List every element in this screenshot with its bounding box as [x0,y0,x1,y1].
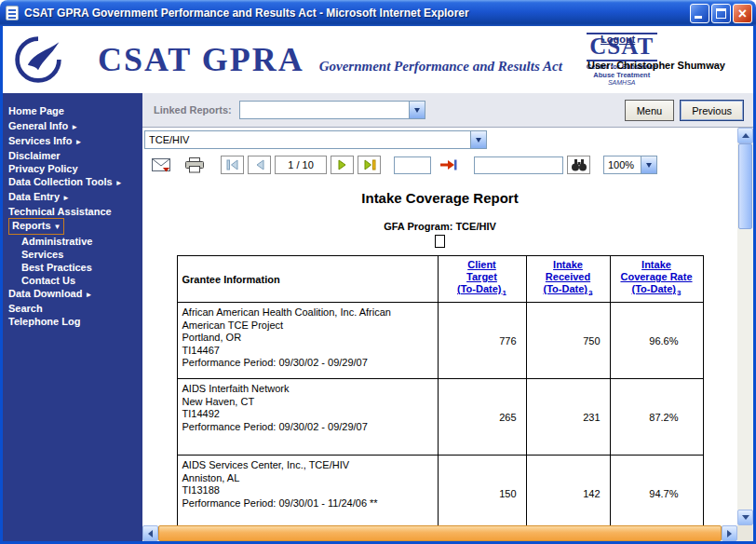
collapse-arrow-icon: ▼ [54,223,61,231]
red-go-arrow-icon [439,159,457,170]
arrow-up-icon [742,133,749,138]
sidebar-item-privacy-policy[interactable]: Privacy Policy [3,162,142,175]
next-page-button[interactable] [331,156,354,174]
vertical-scrollbar[interactable] [737,128,753,525]
minimize-icon [695,16,702,19]
sidebar-item-services[interactable]: Services [3,248,142,261]
logout-link[interactable]: Logout [601,34,635,45]
previous-page-button[interactable] [248,156,271,174]
sidebar-item-data-download[interactable]: Data Download► [3,287,142,302]
minimize-button[interactable] [690,4,709,23]
chevron-down-icon[interactable] [641,156,656,173]
column-header-intake-received[interactable]: Intake Received (To-Date)2 [526,256,610,303]
previous-button[interactable]: Previous [680,100,744,121]
maximize-button[interactable] [711,4,731,23]
goto-page-button[interactable] [435,155,461,175]
footnote-1: 1 [503,289,506,297]
footnote-3: 3 [677,289,681,297]
scroll-up-button[interactable] [737,128,753,143]
hhs-eagle-logo [12,34,64,86]
sidebar-item-data-entry[interactable]: Data Entry► [3,190,142,205]
sidebar-item-best-practices[interactable]: Best Practices [3,261,142,274]
zoom-select[interactable]: 100% [603,156,657,174]
column-header-intake-coverage-rate[interactable]: Intake Coverage Rate (To-Date)3 [610,256,703,303]
grantee-info-cell: AIDS Services Center, Inc., TCE/HIV Anni… [177,456,438,526]
brand-title: CSAT GPRA [98,40,304,79]
intake-received-cell: 142 [526,456,610,526]
session-block: Logout User: Christopher Shumway [587,34,746,71]
gfa-program-box [435,235,445,248]
print-button[interactable] [182,155,208,175]
search-text-input[interactable] [474,156,563,174]
sidebar-item-services-info[interactable]: Services Info► [3,134,142,149]
last-page-button[interactable] [358,156,381,174]
coverage-rate-cell: 94.7% [610,456,703,526]
client-target-cell: 776 [438,303,526,379]
client-target-cell: 150 [438,456,526,526]
first-page-button[interactable] [221,156,244,174]
linked-reports-bar: Linked Reports: Menu Previous [142,93,753,127]
report-program-line: GFA Program: TCE/HIV [142,221,737,232]
report-title: Intake Coverage Report [142,190,737,206]
brand-tagline: Government Performance and Results Act [319,59,562,75]
grantee-info-cell: African American Health Coalition, Inc. … [177,303,438,379]
window-title: CSAT GPRA Government Performance and Res… [24,7,688,20]
expand-arrow-icon: ► [85,291,92,299]
find-button[interactable] [567,156,590,174]
brand-block: CSAT GPRA Government Performance and Res… [98,40,562,79]
column-header-client-target[interactable]: Client Target (To-Date)1 [438,256,526,303]
horizontal-scrollbar[interactable] [142,525,753,541]
title-bar[interactable]: CSAT GPRA Government Performance and Res… [0,0,756,26]
program-select-row: TCE/HIV [142,128,737,151]
menu-button[interactable]: Menu [625,100,675,121]
maximize-icon [716,8,726,19]
horizontal-scroll-thumb[interactable] [158,525,722,541]
goto-page-input[interactable] [394,156,431,174]
sidebar-item-search[interactable]: Search [3,302,142,315]
next-page-icon [337,159,348,170]
printer-icon [185,157,204,173]
scrollbar-corner [737,525,753,541]
chevron-down-icon[interactable] [470,131,486,148]
footnote-2: 2 [588,289,592,297]
intake-coverage-table: Grantee Information Client Target (To-Da… [177,255,704,525]
sidebar-item-contact-us[interactable]: Contact Us [3,274,142,287]
sidebar-item-data-collection-tools[interactable]: Data Collection Tools► [3,175,142,190]
user-label: User: Christopher Shumway [587,60,746,71]
arrow-right-icon [727,530,732,537]
scroll-right-button[interactable] [722,525,737,541]
report-toolbar: 1 / 10 [142,151,737,181]
vertical-scroll-thumb[interactable] [738,143,752,229]
sidebar-item-technical-assistance[interactable]: Technical Assistance [3,205,142,218]
expand-arrow-icon: ► [115,179,123,187]
grantee-info-cell: AIDS Interfaith Network New Haven, CT TI… [177,379,438,456]
arrow-down-icon [742,515,749,520]
browser-window: CSAT GPRA Government Performance and Res… [0,0,756,544]
last-page-icon [363,159,376,170]
sidebar-item-disclaimer[interactable]: Disclaimer [3,149,142,162]
scroll-left-button[interactable] [142,525,158,541]
chevron-down-icon[interactable] [409,102,425,118]
column-header-grantee-information: Grantee Information [177,256,438,303]
window-icon [6,6,19,20]
sidebar-nav: Home Page General Info► Services Info► D… [3,93,142,541]
sidebar-item-reports[interactable]: Reports▼ [3,218,142,235]
sidebar-item-administrative[interactable]: Administrative [3,235,142,248]
active-item-outline: Reports▼ [8,218,64,235]
gfa-program-select[interactable]: TCE/HIV [144,130,487,149]
sidebar-item-telephone-log[interactable]: Telephone Log [3,315,142,328]
sidebar-item-general-info[interactable]: General Info► [3,119,142,134]
csat-logo-line2: Abuse Treatment [587,72,657,79]
app-header: CSAT GPRA Government Performance and Res… [3,26,753,93]
expand-arrow-icon: ► [62,194,70,202]
first-page-icon [226,159,239,170]
table-row: AIDS Interfaith Network New Haven, CT TI… [177,379,703,456]
sidebar-item-home-page[interactable]: Home Page [3,104,142,119]
linked-reports-select[interactable] [239,101,425,119]
table-row: AIDS Services Center, Inc., TCE/HIV Anni… [177,456,703,526]
scroll-down-button[interactable] [737,510,753,525]
close-button[interactable] [733,4,752,23]
binoculars-icon [571,158,587,171]
expand-arrow-icon: ► [71,123,78,131]
export-button[interactable] [148,155,174,175]
